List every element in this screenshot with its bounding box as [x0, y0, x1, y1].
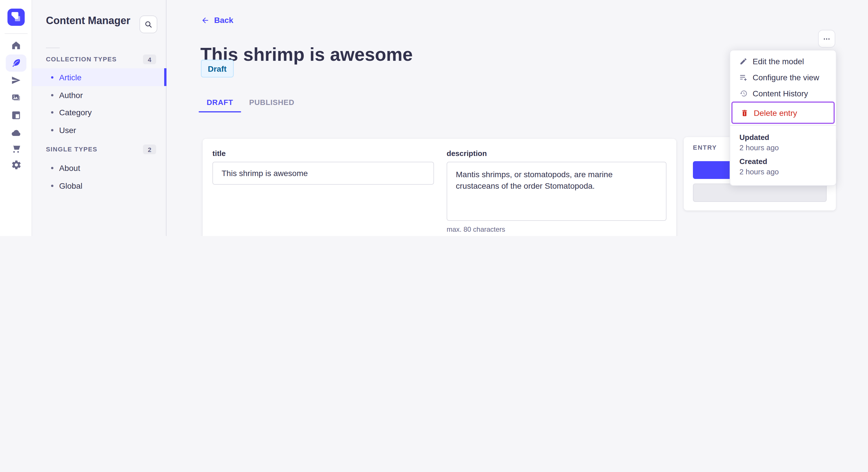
- description-textarea[interactable]: Mantis shrimps, or stomatopods, are mari…: [446, 162, 666, 221]
- menu-item-configure-view[interactable]: Configure the view: [730, 69, 836, 86]
- subnav-item-global[interactable]: Global: [32, 177, 166, 194]
- status-badge: Draft: [201, 60, 234, 77]
- subnav-item-label: Author: [59, 90, 83, 100]
- trash-icon: [741, 109, 749, 117]
- pencil-icon: [739, 57, 747, 65]
- description-helper-text: max. 80 characters: [446, 225, 505, 233]
- save-button[interactable]: [693, 183, 827, 202]
- bullet-icon: [51, 76, 53, 78]
- menu-item-label: Delete entry: [754, 108, 797, 117]
- bullet-icon: [51, 111, 53, 113]
- subnav-item-label: Article: [59, 72, 82, 82]
- history-clock-icon: [739, 90, 747, 98]
- menu-item-label: Content History: [753, 89, 808, 98]
- cloud-icon: [11, 127, 22, 138]
- rail-divider: [5, 33, 28, 34]
- tab-draft[interactable]: DRAFT: [198, 92, 241, 112]
- menu-item-label: Configure the view: [753, 73, 819, 82]
- created-meta: Created 2 hours ago: [739, 157, 827, 176]
- menu-item-delete-focus-ring: Delete entry: [732, 102, 835, 124]
- subnav-item-about[interactable]: About: [32, 159, 166, 177]
- menu-item-edit-model[interactable]: Edit the model: [730, 53, 836, 69]
- content-manager-feather-icon: [11, 58, 21, 68]
- created-value: 2 hours ago: [739, 167, 827, 176]
- section-single-types: SINGLE TYPES: [46, 146, 97, 153]
- menu-item-delete-entry[interactable]: Delete entry: [733, 105, 834, 121]
- description-field-label: description: [446, 149, 487, 158]
- menu-item-label: Edit the model: [753, 57, 804, 66]
- more-actions-button[interactable]: [818, 30, 835, 47]
- section-collection-types: COLLECTION TYPES: [46, 56, 117, 63]
- home-icon: [11, 40, 21, 50]
- strapi-logo-mark-2: [15, 16, 20, 21]
- subnav-item-category[interactable]: Category: [32, 103, 166, 121]
- created-label: Created: [739, 157, 827, 166]
- entry-panel-title: ENTRY: [693, 144, 717, 151]
- subnav-item-user[interactable]: User: [32, 121, 166, 139]
- edit-form-card: title description Mantis shrimps, or sto…: [203, 139, 676, 236]
- subnav-item-article[interactable]: Article: [32, 68, 166, 86]
- search-button[interactable]: [140, 15, 157, 33]
- version-tabs: DRAFT PUBLISHED: [198, 92, 303, 112]
- bullet-icon: [51, 184, 53, 187]
- content-manager-subnav: Content Manager COLLECTION TYPES 4 Artic…: [32, 0, 166, 236]
- strapi-logo[interactable]: [7, 9, 25, 26]
- tab-published[interactable]: PUBLISHED: [241, 92, 302, 112]
- media-library-icon: [11, 92, 21, 103]
- nav-releases[interactable]: [6, 72, 26, 89]
- arrow-left-icon: [201, 16, 210, 24]
- search-icon: [144, 20, 153, 29]
- nav-settings[interactable]: [6, 156, 26, 173]
- main-nav-rail: KD: [0, 0, 32, 236]
- nav-home[interactable]: [6, 37, 26, 54]
- more-actions-menu: Edit the model Configure the view Conten…: [730, 50, 836, 186]
- title-input[interactable]: [212, 162, 434, 185]
- nav-content-manager[interactable]: [6, 55, 26, 72]
- single-types-count: 2: [143, 144, 156, 154]
- bullet-icon: [51, 167, 53, 169]
- subnav-title: Content Manager: [46, 15, 130, 27]
- subnav-item-author[interactable]: Author: [32, 86, 166, 104]
- more-dots-icon: [822, 34, 831, 43]
- title-field-label: title: [212, 149, 226, 158]
- nav-media-library[interactable]: [6, 89, 26, 106]
- bullet-icon: [51, 94, 53, 96]
- subnav-item-label: About: [59, 163, 80, 172]
- updated-value: 2 hours ago: [739, 143, 827, 152]
- nav-marketplace[interactable]: [6, 140, 26, 157]
- menu-item-content-history[interactable]: Content History: [730, 86, 836, 102]
- subnav-item-label: User: [59, 125, 76, 134]
- collection-types-count: 4: [143, 55, 156, 64]
- menu-meta: Updated 2 hours ago Created 2 hours ago: [730, 126, 836, 185]
- updated-label: Updated: [739, 133, 827, 142]
- configure-list-icon: [739, 73, 747, 81]
- subnav-separator: [46, 47, 60, 48]
- nav-deploy[interactable]: [6, 124, 26, 141]
- marketplace-cart-icon: [11, 143, 21, 154]
- nav-content-type-builder[interactable]: [6, 107, 26, 124]
- subnav-item-label: Global: [59, 181, 82, 190]
- content-type-builder-icon: [11, 110, 21, 121]
- settings-gear-icon: [11, 159, 22, 170]
- subnav-item-label: Category: [59, 107, 92, 117]
- paper-plane-icon: [11, 75, 21, 86]
- bullet-icon: [51, 129, 53, 131]
- strapi-admin-app: KD Content Manager COLLECTION TYPES 4 Ar…: [0, 0, 868, 236]
- back-label: Back: [214, 15, 234, 25]
- updated-meta: Updated 2 hours ago: [739, 133, 827, 152]
- back-link[interactable]: Back: [201, 15, 234, 25]
